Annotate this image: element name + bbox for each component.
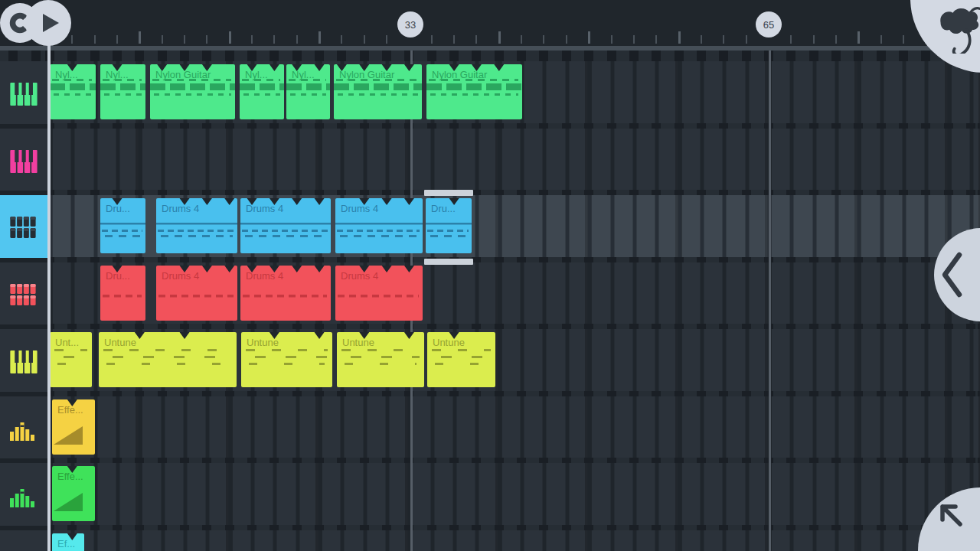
ruler-tick [364,35,365,44]
track-header-track-7[interactable] [0,463,47,530]
clip-label: Dru... [426,198,472,214]
pattern-clip[interactable]: Nyl... [100,64,145,119]
clip-label: Nylon Guitar [150,64,235,80]
fl-studio-logo-icon [934,5,980,54]
ruler-tick [813,35,815,44]
pattern-clip[interactable]: Untune [99,332,237,387]
clip-label: Untune [427,332,495,348]
ruler-tick [116,35,118,44]
clip-label: Dru... [100,266,145,282]
ruler-tick [655,35,657,44]
ruler-tick [835,35,837,44]
play-button[interactable] [25,0,71,46]
clip-label: Unt... [50,332,92,348]
ruler-tick [790,35,792,44]
playlist-lane-track-6[interactable] [47,396,980,464]
playlist-lane-track-2[interactable] [47,129,980,196]
track-header-track-1[interactable] [0,61,47,129]
nav-back-button[interactable] [934,228,980,321]
clip-label: Nyl... [286,64,330,80]
clip-label: Effe... [52,399,95,416]
pattern-clip[interactable]: Nylon Guitar [334,64,422,119]
clip-label: Nyl... [50,64,96,80]
play-icon [25,0,71,46]
bar-marker-badge[interactable]: 33 [397,11,423,37]
ruler-tick [566,35,567,44]
pattern-clip[interactable]: Untune [241,332,332,387]
track-header-sidebar [0,61,47,551]
automation-ramp-icon [54,491,84,513]
pattern-clip[interactable]: Drums 4 [335,266,423,321]
pattern-clip[interactable]: Dru... [100,198,145,253]
ruler-tick [184,35,185,44]
ruler-tick [229,31,231,44]
timeline-ruler[interactable] [0,0,980,46]
track-header-track-2[interactable] [0,129,47,196]
clip-label: Nylon Guitar [426,64,522,80]
ruler-tick [296,35,298,44]
clip-resize-handle[interactable] [424,190,473,196]
ruler-tick [273,35,275,44]
ruler-tick [543,35,544,44]
pattern-clip[interactable]: Dru... [100,266,145,321]
pattern-clip[interactable]: Drums 4 [156,266,237,321]
pattern-clip[interactable]: Dru... [426,198,472,253]
nav-corner-button[interactable] [918,487,980,551]
clip-label: Nyl... [240,64,284,80]
ruler-tick [453,35,455,44]
ruler-tick [386,35,387,44]
clip-label: Untune [337,332,424,348]
pattern-clip[interactable]: Nylon Guitar [426,64,522,119]
clip-resize-handle[interactable] [424,259,473,265]
track-header-track-5[interactable] [0,329,47,396]
clip-label: Drums 4 [335,198,423,214]
pattern-clip[interactable]: Untune [337,332,424,387]
clip-label: Drums 4 [240,198,331,214]
ruler-tick [701,35,702,44]
ruler-tick [588,31,590,44]
header-dash-strip [0,51,980,61]
clip-label: Drums 4 [335,266,423,282]
pattern-clip[interactable]: Drums 4 [156,198,237,253]
clip-label: Nylon Guitar [334,64,422,80]
ruler-tick [206,35,207,44]
bar-marker-badge[interactable]: 65 [756,11,782,37]
clip-label: Nyl... [100,64,145,80]
ruler-tick [611,35,612,44]
pattern-clip[interactable]: Unt... [50,332,92,387]
playlist-lane-track-8[interactable] [47,530,980,551]
pattern-clip[interactable]: Drums 4 [335,198,423,253]
ruler-tick [880,35,882,44]
ruler-tick [678,31,681,44]
pattern-clip[interactable]: Effe... [52,466,95,521]
ruler-tick [723,35,724,44]
flstudio-playlist-view: Nyl...Nyl...Nylon GuitarNyl...Nyl...Nylo… [0,0,980,551]
ruler-tick [431,35,433,44]
ruler-tick [903,35,904,44]
pattern-clip[interactable]: Untune [427,332,495,387]
ruler-tick [746,35,747,44]
pattern-clip[interactable]: Nylon Guitar [150,64,235,119]
pattern-clip[interactable]: Drums 4 [240,266,331,321]
playhead-line[interactable] [47,41,51,551]
ruler-tick [94,35,96,44]
track-header-track-8[interactable] [0,530,47,551]
track-header-track-4[interactable] [0,262,47,330]
pattern-clip[interactable]: Nyl... [286,64,330,119]
pattern-clip[interactable]: Effe... [52,399,95,455]
track-header-track-6[interactable] [0,396,47,464]
playlist-lane-track-7[interactable] [47,463,980,530]
ruler-tick [521,35,522,44]
pattern-clip[interactable]: Ef... [52,533,84,551]
clip-label: Effe... [52,466,95,482]
ruler-tick [318,31,321,44]
track-header-track-3[interactable] [0,195,47,262]
clip-label: Ef... [52,533,84,549]
pattern-clip[interactable]: Drums 4 [240,198,331,253]
clip-label: Drums 4 [156,266,237,282]
ruler-tick [341,35,342,44]
ruler-tick [251,35,253,44]
pattern-clip[interactable]: Nyl... [240,64,284,119]
pattern-clip[interactable]: Nyl... [50,64,96,119]
ruler-tick [71,35,73,44]
